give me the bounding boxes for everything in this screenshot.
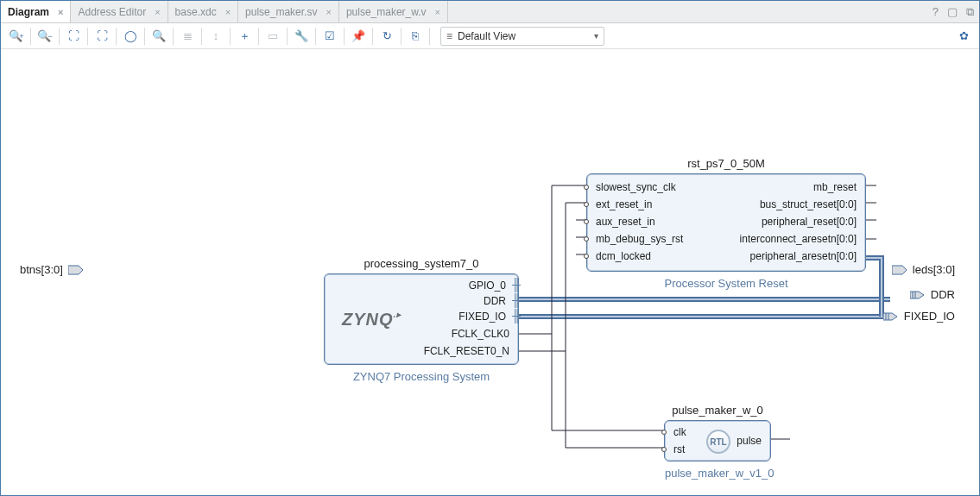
port-arrow-icon [68, 264, 84, 276]
tab-label: base.xdc [175, 6, 217, 18]
port-dot [584, 219, 589, 224]
external-port-fixedio[interactable]: FIXED_IO [883, 310, 955, 323]
port-arrow-icon [892, 264, 907, 276]
port-slowest-sync-clk[interactable]: slowest_sync_clk [596, 181, 676, 193]
rtl-badge: RTL [706, 430, 730, 454]
block-title: pulse_maker_w_0 [665, 404, 770, 417]
port-dot [584, 254, 589, 259]
close-icon[interactable]: × [225, 7, 231, 17]
port-dot [661, 430, 667, 435]
port-mb-debug-sys-rst[interactable]: mb_debug_sys_rst [596, 233, 683, 245]
port-label: DDR [931, 288, 955, 301]
port-mb-reset[interactable]: mb_reset [813, 181, 857, 193]
close-icon[interactable]: × [155, 7, 160, 17]
external-port-ddr[interactable]: DDR [910, 288, 955, 301]
block-subtitle: pulse_maker_w_v1_0 [665, 467, 770, 480]
tab-label: Diagram [8, 6, 49, 18]
port-pulse[interactable]: pulse [737, 435, 762, 447]
pin-icon[interactable]: 📌 [348, 26, 369, 47]
diagram-canvas[interactable]: btns[3:0] leds[3:0] DDR FIXED_IO process… [1, 49, 979, 495]
add-icon[interactable]: ＋ [234, 26, 255, 47]
wrench-icon[interactable]: 🔧 [291, 26, 312, 47]
zoom-area-icon[interactable]: ⛶ [92, 26, 112, 47]
zoom-out-icon[interactable]: 🔍− [35, 26, 55, 47]
port-fclk-reset0n[interactable]: FCLK_RESET0_N [424, 345, 509, 357]
external-port-btns[interactable]: btns[3:0] [20, 263, 84, 276]
block-pulse-maker-w[interactable]: pulse_maker_w_0 pulse_maker_w_v1_0 RTL c… [664, 420, 771, 461]
external-port-leds[interactable]: leds[3:0] [892, 263, 955, 276]
port-bus-icon [883, 311, 899, 323]
close-icon[interactable]: × [58, 7, 63, 17]
tab-label: pulse_maker_w.v [346, 6, 427, 18]
view-select[interactable]: ≡ Default View ▾ [440, 27, 604, 46]
search-icon[interactable]: 🔍 [149, 26, 169, 47]
validate-icon[interactable]: ☑ [319, 26, 340, 47]
port-rst[interactable]: rst [673, 443, 685, 455]
block-processing-system7[interactable]: processing_system7_0 ZYNQ7 Processing Sy… [324, 273, 519, 365]
zoom-fit-icon[interactable]: ⛶ [63, 26, 84, 47]
port-fixedio[interactable]: FIXED_IO [458, 311, 506, 323]
align-v-icon[interactable]: ↕ [205, 26, 226, 47]
view-select-label: Default View [458, 30, 515, 42]
port-label: btns[3:0] [20, 263, 63, 276]
port-dcm-locked[interactable]: dcm_locked [596, 250, 651, 262]
port-bus-struct-reset[interactable]: bus_struct_reset[0:0] [760, 198, 857, 210]
tab-label: Address Editor [78, 6, 146, 18]
tab-pulse-maker-w-v[interactable]: pulse_maker_w.v × [339, 1, 448, 22]
settings-icon[interactable]: ✿ [953, 26, 974, 47]
tab-diagram[interactable]: Diagram × [1, 1, 71, 22]
port-dot [584, 185, 589, 190]
port-label: leds[3:0] [913, 263, 955, 276]
tab-bar: Diagram × Address Editor × base.xdc × pu… [1, 1, 979, 23]
port-fclk-clk0[interactable]: FCLK_CLK0 [452, 328, 509, 340]
group-icon[interactable]: ▭ [262, 26, 283, 47]
port-clk[interactable]: clk [673, 426, 686, 438]
wires-layer [1, 49, 979, 495]
port-peripheral-aresetn[interactable]: peripheral_aresetn[0:0] [750, 250, 857, 262]
tab-label: pulse_maker.sv [245, 6, 317, 18]
tabbar-actions: ? ▢ ⧉ [924, 5, 979, 19]
port-bus-icon [910, 289, 926, 301]
close-icon[interactable]: × [435, 7, 440, 17]
port-gpio0[interactable]: GPIO_0 [469, 279, 506, 292]
port-dot [584, 202, 589, 207]
block-title: rst_ps7_0_50M [587, 157, 865, 170]
help-icon[interactable]: ? [933, 5, 939, 18]
port-aux-reset-in[interactable]: aux_reset_in [596, 216, 655, 228]
block-title: processing_system7_0 [325, 257, 518, 270]
bus-icon: ╫ [512, 309, 521, 323]
port-peripheral-reset[interactable]: peripheral_reset[0:0] [762, 216, 857, 228]
block-subtitle: ZYNQ7 Processing System [325, 370, 518, 383]
port-label: FIXED_IO [904, 310, 955, 323]
align-h-icon[interactable]: ≣ [177, 26, 198, 47]
tab-address-editor[interactable]: Address Editor × [71, 1, 168, 22]
port-dot [661, 447, 667, 452]
chevron-down-icon: ▾ [594, 31, 598, 41]
tab-pulse-maker-sv[interactable]: pulse_maker.sv × [238, 1, 339, 22]
maximize-icon[interactable]: ⧉ [966, 5, 974, 19]
port-interconnect-aresetn[interactable]: interconnect_aresetn[0:0] [740, 233, 857, 245]
tab-base-xdc[interactable]: base.xdc × [168, 1, 238, 22]
menu-icon: ≡ [446, 30, 452, 42]
block-subtitle: Processor System Reset [587, 277, 865, 290]
close-icon[interactable]: × [326, 7, 331, 17]
script-icon[interactable]: ⎘ [405, 26, 426, 47]
bus-icon: ╫ [512, 278, 521, 292]
zoom-in-icon[interactable]: 🔍+ [6, 26, 27, 47]
zynq-logo: ZYNQ.▸ [342, 310, 401, 330]
block-processor-system-reset[interactable]: rst_ps7_0_50M Processor System Reset slo… [586, 173, 866, 272]
minimize-icon[interactable]: ▢ [947, 5, 958, 18]
toolbar: 🔍+ 🔍− ⛶ ⛶ ◯ 🔍 ≣ ↕ ＋ ▭ 🔧 ☑ 📌 ↻ ⎘ ≡ Defaul… [1, 23, 979, 49]
bus-icon: ╫ [512, 293, 521, 307]
port-dot [584, 236, 589, 242]
auto-fit-icon[interactable]: ◯ [120, 26, 141, 47]
port-ext-reset-in[interactable]: ext_reset_in [596, 198, 652, 210]
port-ddr[interactable]: DDR [484, 295, 506, 307]
regenerate-icon[interactable]: ↻ [376, 26, 397, 47]
